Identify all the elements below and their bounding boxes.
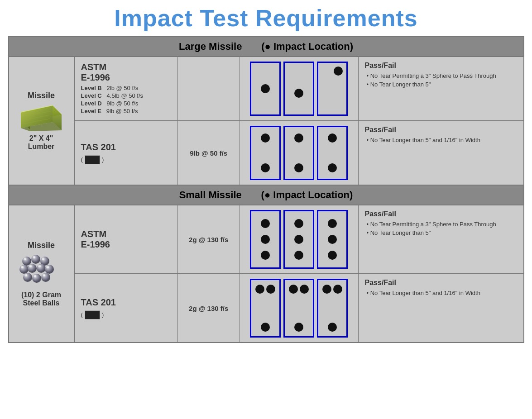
large-astm-spec (177, 57, 240, 121)
impact-box-sm-2 (283, 210, 314, 269)
svg-point-11 (22, 257, 31, 266)
impact-dot (294, 219, 303, 228)
small-missile-label: Missile (14, 241, 69, 250)
small-missile-cell: Missile (9, 205, 74, 343)
impact-dot (294, 251, 303, 260)
impact-box-2 (283, 62, 314, 116)
impact-dot (294, 163, 303, 172)
impact-dot (266, 285, 275, 294)
svg-point-23 (42, 257, 44, 260)
steel-balls-icon (19, 253, 64, 289)
impact-dot (255, 285, 264, 294)
impact-dot (333, 285, 342, 294)
main-table: Large Missile (● Impact Location) Missil… (8, 36, 524, 343)
svg-point-16 (37, 264, 46, 273)
small-tas-row: TAS 201 ( ) 2g @ 130 f/s (9, 274, 524, 343)
large-missile-size: 2" X 4"Lumber (14, 134, 69, 151)
impact-dot (294, 323, 303, 332)
impact-dot (328, 163, 337, 172)
impact-dot (294, 89, 303, 98)
large-astm-diagrams (240, 57, 358, 121)
svg-point-22 (33, 256, 35, 258)
impact-dot (300, 285, 309, 294)
large-astm-standard: ASTME-1996 Level B 2lb @ 50 f/s Level C … (74, 57, 178, 121)
impact-dot (289, 285, 298, 294)
impact-box-6 (317, 126, 348, 180)
svg-point-14 (19, 265, 29, 274)
lumber-icon (16, 103, 66, 133)
large-tas-diagrams (240, 121, 358, 185)
small-missile-header: Small Missile (● Impact Location) (9, 185, 524, 205)
impact-box-sm-tas-1 (250, 279, 281, 338)
impact-box-sm-3 (317, 210, 348, 269)
svg-point-20 (41, 273, 50, 282)
impact-box-4 (250, 126, 281, 180)
page-title: Impact Test Requirements (114, 5, 417, 32)
impact-dot (261, 163, 270, 172)
svg-point-12 (31, 255, 40, 264)
svg-point-18 (23, 273, 32, 282)
impact-dot (328, 235, 337, 244)
small-tas-spec: 2g @ 130 f/s (177, 274, 240, 343)
svg-point-26 (38, 265, 41, 267)
large-tas-row: TAS 201 ( ) 9lb @ 50 f/s (9, 121, 524, 185)
small-tas-passfail: Pass/Fail No Tear Longer than 5" and 1/1… (358, 274, 523, 343)
impact-box-sm-tas-2 (283, 279, 314, 338)
impact-dot (322, 285, 331, 294)
impact-dot (334, 67, 343, 76)
impact-dot (261, 323, 270, 332)
impact-dot (328, 251, 337, 260)
tas-badge (85, 155, 100, 164)
large-astm-passfail: Pass/Fail No Tear Permitting a 3" Sphere… (358, 57, 523, 121)
impact-dot (294, 133, 303, 143)
impact-dot (328, 323, 337, 332)
small-tas-diagrams (240, 274, 358, 343)
svg-point-19 (32, 274, 41, 283)
large-tas-passfail: Pass/Fail No Tear Longer than 5" and 1/1… (358, 121, 523, 185)
small-missile-size: (10) 2 GramSteel Balls (14, 291, 69, 307)
impact-dot (261, 235, 270, 244)
svg-point-27 (46, 266, 49, 268)
impact-box-sm-1 (250, 210, 281, 269)
small-astm-passfail: Pass/Fail No Tear Permitting a 3" Sphere… (358, 205, 523, 274)
svg-point-29 (34, 275, 36, 277)
impact-box-5 (283, 126, 314, 180)
tas-badge-small (85, 310, 100, 319)
large-astm-row: Missile (9, 57, 524, 121)
impact-dot (261, 219, 270, 228)
impact-dot (294, 235, 303, 244)
impact-dot (261, 133, 270, 143)
svg-point-21 (24, 257, 26, 260)
impact-box-1 (250, 62, 281, 116)
impact-box-3 (317, 62, 348, 116)
small-astm-spec: 2g @ 130 f/s (177, 205, 240, 274)
small-astm-diagrams (240, 205, 358, 274)
impact-box-sm-tas-3 (317, 279, 348, 338)
svg-point-30 (43, 274, 45, 276)
large-missile-header: Large Missile (● Impact Location) (9, 37, 524, 57)
small-tas-standard: TAS 201 ( ) (74, 274, 178, 343)
impact-dot (328, 219, 337, 228)
svg-point-25 (29, 265, 32, 267)
svg-point-28 (24, 274, 27, 276)
svg-point-24 (21, 266, 24, 268)
large-missile-label: Missile (14, 91, 69, 100)
impact-dot (261, 251, 270, 260)
large-tas-standard: TAS 201 ( ) (74, 121, 178, 185)
svg-point-17 (45, 265, 54, 274)
impact-dot (328, 133, 337, 143)
small-astm-row: Missile (9, 205, 524, 274)
svg-point-15 (28, 264, 37, 273)
large-tas-spec: 9lb @ 50 f/s (177, 121, 240, 185)
small-astm-standard: ASTME-1996 (74, 205, 178, 274)
large-missile-cell: Missile (9, 57, 74, 185)
impact-dot (261, 84, 270, 93)
